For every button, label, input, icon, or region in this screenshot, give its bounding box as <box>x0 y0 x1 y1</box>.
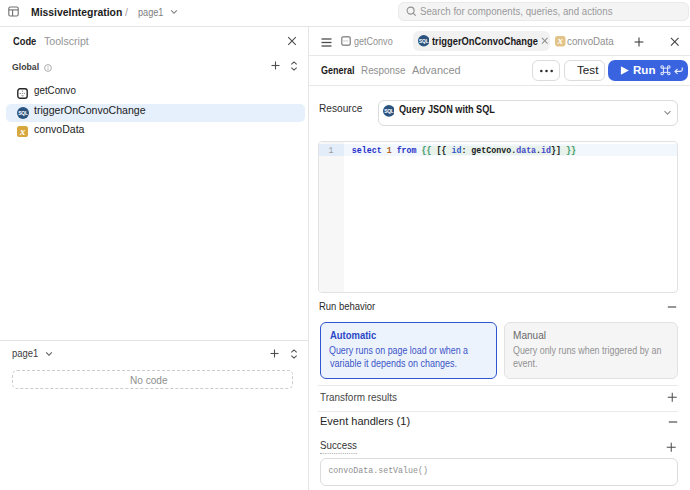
svg-text:x: x <box>557 36 563 46</box>
svg-text:x: x <box>19 126 25 137</box>
svg-text:SQL: SQL <box>18 109 28 115</box>
svg-text:SQL: SQL <box>419 39 429 44</box>
svg-text:SQL: SQL <box>384 109 394 114</box>
